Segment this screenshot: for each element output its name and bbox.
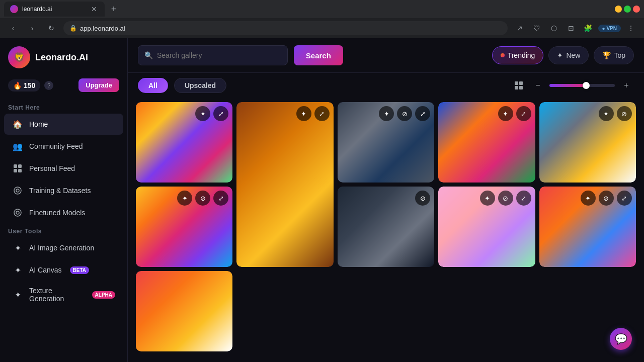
tab-close-button[interactable]: ✕ [90, 5, 99, 14]
gallery-item-pink-girl[interactable]: ✦ ⊘ ⤢ [438, 187, 535, 267]
home-icon: 🏠 [12, 119, 23, 130]
svg-rect-0 [14, 164, 17, 168]
item-disable-koala[interactable]: ⊘ [617, 106, 632, 121]
main-content: 🔍 Search Trending ✦ New 🏆 Top [128, 38, 644, 362]
item-remix-koala[interactable]: ✦ [599, 106, 614, 121]
gallery-item-floral[interactable] [136, 271, 232, 351]
zoom-in-button[interactable]: + [619, 78, 634, 93]
menu-button[interactable]: ⋮ [624, 21, 638, 35]
sidebar-item-ai-image[interactable]: ✦ AI Image Generation [4, 237, 123, 258]
item-disable-warrior[interactable]: ⊘ [397, 106, 412, 121]
svg-point-6 [14, 209, 21, 216]
chat-icon: 💬 [615, 333, 627, 345]
item-remix-anime[interactable]: ✦ [177, 191, 192, 206]
new-tab-button[interactable]: + [107, 2, 121, 16]
item-expand-lion[interactable]: ⤢ [213, 106, 228, 121]
zoom-slider[interactable] [549, 84, 615, 87]
profile-button[interactable]: ⊡ [564, 21, 578, 35]
sidebar: 🦁 Leonardo.Ai 🔥 150 ? Upgrade Start Here… [0, 38, 128, 362]
grid-view-button[interactable] [511, 78, 526, 93]
active-tab[interactable]: leonardo.ai ✕ [4, 2, 105, 17]
browser-actions: ↗ 🛡 ⬡ ⊡ 🧩 ● VPN ⋮ [513, 21, 638, 35]
finetuned-icon [12, 207, 23, 218]
item-actions-lion: ✦ ⤢ [195, 106, 228, 121]
item-actions-colorful: ✦ ⊘ ⤢ [581, 191, 632, 206]
item-expand-colorful[interactable]: ⤢ [617, 191, 632, 206]
sidebar-item-texture[interactable]: ✦ Texture Generation ALPHA [4, 282, 123, 308]
item-remix-warrior[interactable]: ✦ [379, 106, 394, 121]
zoom-out-button[interactable]: − [530, 78, 545, 93]
sidebar-label-community: Community Feed [29, 142, 83, 150]
top-icon: 🏆 [602, 51, 611, 59]
sidebar-item-community-feed[interactable]: 👥 Community Feed [4, 136, 123, 157]
sidebar-item-ai-canvas[interactable]: ✦ AI Canvas BETA [4, 259, 123, 281]
address-input[interactable]: 🔒 app.leonardo.ai [63, 21, 508, 35]
sidebar-item-finetuned[interactable]: Finetuned Models [4, 202, 123, 223]
share-button[interactable]: ↗ [513, 21, 527, 35]
top-actions: Trending ✦ New 🏆 Top [492, 46, 634, 64]
gallery-item-koala[interactable]: ✦ ⊘ [539, 102, 636, 183]
sidebar-label-texture: Texture Generation [29, 287, 84, 303]
gallery-item-flowers[interactable]: ✦ ⤢ [438, 102, 535, 183]
extensions-btn[interactable]: 🧩 [581, 21, 595, 35]
sidebar-item-home[interactable]: 🏠 Home [4, 114, 123, 135]
forward-button[interactable]: › [25, 21, 39, 35]
item-remix-lion[interactable]: ✦ [195, 106, 210, 121]
filter-upscaled[interactable]: Upscaled [174, 78, 226, 93]
item-disable-pink[interactable]: ⊘ [498, 191, 513, 206]
tab-favicon [10, 5, 18, 13]
item-actions-anime: ✦ ⊘ ⤢ [177, 191, 228, 206]
zoom-thumb [583, 82, 590, 89]
window-minimize[interactable]: — [615, 6, 622, 13]
window-close[interactable]: ✕ [633, 6, 640, 13]
item-expand-pink[interactable]: ⤢ [516, 191, 531, 206]
item-disable-anime[interactable]: ⊘ [195, 191, 210, 206]
reload-button[interactable]: ↻ [44, 21, 58, 35]
back-button[interactable]: ‹ [6, 21, 20, 35]
new-button[interactable]: ✦ New [548, 46, 589, 64]
item-expand-flowers[interactable]: ⤢ [516, 106, 531, 121]
gallery-item-warrior[interactable]: ✦ ⊘ ⤢ [338, 102, 434, 183]
trending-button[interactable]: Trending [492, 46, 544, 64]
search-container[interactable]: 🔍 [138, 45, 288, 65]
item-expand-warrior[interactable]: ⤢ [415, 106, 430, 121]
item-remix-flowers[interactable]: ✦ [498, 106, 513, 121]
trending-label: Trending [508, 51, 535, 59]
item-disable-colorful[interactable]: ⊘ [599, 191, 614, 206]
sidebar-item-personal-feed[interactable]: Personal Feed [4, 158, 123, 179]
chat-button[interactable]: 💬 [610, 328, 632, 350]
item-remix-pink[interactable]: ✦ [480, 191, 495, 206]
gallery-item-anime-girl[interactable]: ✦ ⊘ ⤢ [136, 187, 232, 267]
gallery-item-colorful[interactable]: ✦ ⊘ ⤢ [539, 187, 636, 267]
gallery-item-lion[interactable]: ✦ ⤢ [136, 102, 232, 183]
top-button[interactable]: 🏆 Top [594, 46, 634, 64]
svg-rect-1 [18, 164, 22, 168]
gallery-item-dark-warrior[interactable]: ⊘ [338, 187, 434, 267]
item-remix-egypt[interactable]: ✦ [296, 106, 311, 121]
item-disable-dark[interactable]: ⊘ [415, 191, 430, 206]
personal-icon [12, 163, 23, 174]
shield-button[interactable]: 🛡 [530, 21, 544, 35]
search-button[interactable]: Search [294, 45, 343, 65]
item-remix-colorful[interactable]: ✦ [581, 191, 596, 206]
new-icon: ✦ [557, 51, 563, 59]
window-maximize[interactable]: ⊡ [624, 6, 631, 13]
community-icon: 👥 [12, 141, 23, 152]
top-label: Top [614, 51, 625, 59]
upgrade-button[interactable]: Upgrade [78, 78, 119, 92]
gallery-item-egypt[interactable]: ✦ ⤢ [236, 102, 333, 267]
sidebar-item-training[interactable]: Training & Datasets [4, 180, 123, 201]
svg-point-4 [14, 187, 21, 194]
search-icon: 🔍 [144, 51, 153, 59]
sidebar-label-ai-image: AI Image Generation [29, 244, 94, 252]
item-expand-egypt[interactable]: ⤢ [314, 106, 330, 121]
svg-rect-2 [14, 169, 17, 172]
extension-button[interactable]: ⬡ [547, 21, 561, 35]
sidebar-label-home: Home [29, 120, 48, 128]
credits-help-button[interactable]: ? [44, 81, 53, 90]
credits-row: 🔥 150 ? Upgrade [0, 76, 127, 100]
ai-canvas-icon: ✦ [12, 264, 23, 276]
search-input[interactable] [157, 51, 281, 59]
item-expand-anime[interactable]: ⤢ [213, 191, 228, 206]
filter-all[interactable]: All [138, 78, 168, 93]
